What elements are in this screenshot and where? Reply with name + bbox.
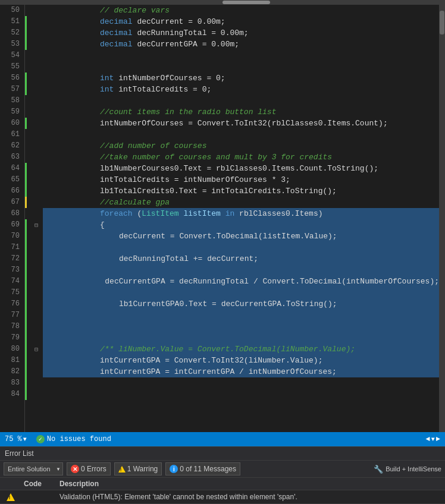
- scope-select[interactable]: Entire Solution: [4, 462, 63, 475]
- scrollbar-thumb-vertical[interactable]: [440, 11, 444, 34]
- expand-icon-81[interactable]: ⊟: [32, 344, 40, 355]
- error-list-header: Error List: [0, 447, 445, 461]
- nav-next-icon[interactable]: ►: [436, 435, 440, 443]
- code-line-77: lb1CurrentGPA0.Text = decCurrentGPA.ToSt…: [43, 298, 439, 310]
- warning-row-icon: !: [7, 493, 15, 501]
- col-header-severity: [0, 480, 21, 488]
- messages-count: 0 of 11 Messages: [180, 465, 236, 473]
- error-row-1[interactable]: ! Validation (HTML5): Element 'table' ca…: [0, 490, 445, 504]
- code-line-65: intTotalCredits = intNumberOfCourses * 3…: [43, 174, 439, 185]
- code-line-56: int intNumberOfCourses = 0;: [43, 73, 439, 84]
- code-line-54: [43, 50, 439, 61]
- code-line-64: lb1NumberCourses0.Text = rblClasses0.Ite…: [43, 163, 439, 174]
- change-gutter: [25, 5, 32, 432]
- status-check: ✓ No issues found: [36, 435, 111, 443]
- editor-area: 50 51 52 53 54 55 56 57 58 59 60 61 62 6…: [0, 0, 445, 432]
- errors-count: 0 Errors: [81, 465, 106, 473]
- vertical-scrollbar[interactable]: [439, 5, 445, 432]
- navigation-arrows: ◄ ▼ ►: [426, 435, 440, 443]
- yellow-gutter-line: [25, 197, 27, 208]
- build-intellisense[interactable]: 🔧 Build + IntelliSense: [374, 465, 441, 474]
- code-line-83: intCurrentGPA = intCurrentGPA / intNumbe…: [43, 366, 439, 377]
- error-list-toolbar: Entire Solution ✕ 0 Errors ! 1 Warring i…: [0, 461, 445, 478]
- warning-triangle-icon: !: [118, 466, 126, 472]
- code-line-51: decimal decCurrent = 0.00m;: [43, 16, 439, 27]
- check-icon: ✓: [36, 435, 45, 443]
- error-table: ! Validation (HTML5): Element 'table' ca…: [0, 490, 445, 504]
- code-line-63: //take number of courses and mult by 3 f…: [43, 152, 439, 163]
- col-header-code: Code: [21, 480, 57, 488]
- code-line-59: //count items in the radio button list: [43, 106, 439, 118]
- wrench-icon: 🔧: [374, 465, 383, 474]
- code-line-81: /** liNumber.Value = Convert.ToDecimal(l…: [43, 344, 439, 355]
- zoom-level: 75 %: [5, 435, 22, 443]
- code-line-58: [43, 95, 439, 106]
- code-line-69: foreach (ListItem listItem in rblClasses…: [43, 208, 439, 219]
- errors-badge[interactable]: ✕ 0 Errors: [67, 462, 111, 475]
- code-line-61: [43, 129, 439, 140]
- code-line-60: intNumberOfCourses = Convert.ToInt32(rbl…: [43, 118, 439, 129]
- code-line-79: [43, 321, 439, 332]
- code-line-57: int intTotalCredits = 0;: [43, 84, 439, 95]
- code-line-72: [43, 242, 439, 253]
- row-severity-icon: !: [0, 493, 21, 501]
- code-line-75: decCurrentGPA = decRunningTotal / Conver…: [43, 276, 439, 287]
- code-line-82: intCurrentGPA = Convert.ToInt32(liNumber…: [43, 355, 439, 366]
- code-line-62: //add number of courses: [43, 140, 439, 152]
- code-lines: // declare vars decimal decCurrent = 0.0…: [40, 5, 439, 432]
- col-header-description: Description: [57, 480, 445, 488]
- info-icon: i: [170, 465, 178, 473]
- error-list-panel: Error List Entire Solution ✕ 0 Errors ! …: [0, 446, 445, 504]
- code-line-71: decCurrent = Convert.ToDecimal(listItem.…: [43, 231, 439, 242]
- line-numbers: 50 51 52 53 54 55 56 57 58 59 60 61 62 6…: [0, 5, 25, 432]
- error-table-header: Code Description: [0, 478, 445, 490]
- build-label-text: Build + IntelliSense: [386, 465, 441, 472]
- status-text: No issues found: [47, 435, 111, 443]
- code-line-80: [43, 332, 439, 344]
- row-description: Validation (HTML5): Element 'table' cann…: [57, 493, 445, 501]
- error-list-title: Error List: [5, 449, 34, 458]
- code-line-68: //calculate gpa: [43, 197, 439, 208]
- status-bar: 75 % ▼ ✓ No issues found ◄ ▼ ►: [0, 432, 445, 446]
- scope-wrapper[interactable]: Entire Solution: [4, 462, 63, 475]
- expand-icon-69[interactable]: ⊟: [32, 219, 40, 231]
- warnings-badge[interactable]: ! 1 Warring: [114, 462, 162, 475]
- code-line-76: [43, 287, 439, 298]
- code-line-73: decRunningTotal += decCurrent;: [43, 253, 439, 264]
- code-line-50: // declare vars: [43, 5, 439, 16]
- code-line-78: [43, 310, 439, 321]
- zoom-control[interactable]: 75 % ▼: [5, 435, 27, 443]
- code-line-55: [43, 61, 439, 73]
- zoom-dropdown-icon: ▼: [23, 436, 27, 443]
- messages-badge[interactable]: i 0 of 11 Messages: [165, 462, 240, 475]
- code-line-74: [43, 264, 439, 276]
- error-icon: ✕: [71, 465, 79, 473]
- code-container: 50 51 52 53 54 55 56 57 58 59 60 61 62 6…: [0, 5, 445, 432]
- nav-prev-icon[interactable]: ◄: [426, 435, 430, 443]
- expand-gutter: ⊟ ⊟: [32, 5, 40, 432]
- scrollbar-thumb[interactable]: [223, 1, 270, 4]
- code-line-84: [43, 377, 439, 389]
- nav-dropdown-icon[interactable]: ▼: [431, 436, 435, 443]
- warnings-count: 1 Warring: [127, 465, 158, 473]
- code-line-66: lb1TotalCredits0.Text = intTotalCredits.…: [43, 185, 439, 197]
- horizontal-scrollbar[interactable]: [0, 0, 445, 5]
- code-line-52: decimal decRunningTotal = 0.00m;: [43, 27, 439, 39]
- code-line-53: decimal decCurrentGPA = 0.00m;: [43, 39, 439, 50]
- code-line-70: {: [43, 219, 439, 231]
